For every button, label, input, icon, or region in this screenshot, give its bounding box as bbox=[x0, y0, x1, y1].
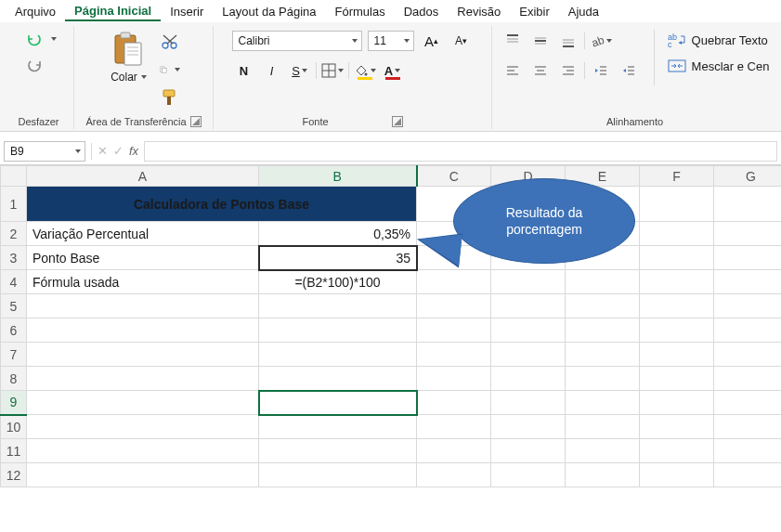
cell-A1-title[interactable]: Calculadora de Pontos Base bbox=[27, 187, 417, 222]
menu-arquivo[interactable]: Arquivo bbox=[6, 3, 65, 20]
cell-A10[interactable] bbox=[27, 415, 259, 439]
row-header-3[interactable]: 3 bbox=[1, 246, 27, 270]
cell-E7[interactable] bbox=[566, 343, 640, 367]
align-left-button[interactable] bbox=[501, 59, 525, 82]
row-header-9[interactable]: 9 bbox=[1, 391, 27, 415]
cell-E6[interactable] bbox=[566, 318, 640, 343]
shrink-font-button[interactable]: A▾ bbox=[449, 30, 474, 52]
cell-G7[interactable] bbox=[714, 343, 782, 367]
select-all-corner[interactable] bbox=[1, 166, 27, 187]
cell-F1[interactable] bbox=[640, 187, 714, 222]
cell-B2[interactable]: 0,35% bbox=[259, 222, 417, 246]
cell-B5[interactable] bbox=[259, 294, 417, 318]
row-header-1[interactable]: 1 bbox=[1, 187, 27, 222]
col-header-B[interactable]: B bbox=[259, 166, 417, 187]
fill-color-button[interactable] bbox=[353, 59, 377, 82]
cell-C11[interactable] bbox=[417, 439, 491, 463]
cell-A12[interactable] bbox=[27, 463, 259, 487]
enter-formula-button[interactable]: ✓ bbox=[113, 144, 124, 158]
cell-A7[interactable] bbox=[27, 343, 259, 367]
cell-A8[interactable] bbox=[27, 367, 259, 391]
formula-input[interactable] bbox=[144, 141, 777, 162]
cell-G6[interactable] bbox=[714, 318, 782, 343]
cancel-formula-button[interactable]: ✕ bbox=[98, 144, 108, 158]
cell-F12[interactable] bbox=[640, 463, 714, 487]
align-middle-button[interactable] bbox=[528, 30, 553, 52]
borders-button[interactable] bbox=[320, 59, 345, 82]
cell-D11[interactable] bbox=[491, 439, 566, 463]
cell-F2[interactable] bbox=[640, 222, 714, 246]
cell-B8[interactable] bbox=[259, 367, 417, 391]
italic-button[interactable]: I bbox=[260, 59, 284, 82]
cell-D7[interactable] bbox=[491, 343, 566, 367]
cell-G5[interactable] bbox=[714, 294, 782, 318]
increase-indent-button[interactable] bbox=[617, 59, 641, 82]
cell-E5[interactable] bbox=[566, 294, 640, 318]
cell-F9[interactable] bbox=[640, 391, 714, 415]
menu-dados[interactable]: Dados bbox=[395, 3, 449, 20]
wrap-text-button[interactable]: ab c Quebrar Texto bbox=[668, 32, 770, 48]
cell-A2[interactable]: Variação Percentual bbox=[27, 222, 259, 246]
cell-F4[interactable] bbox=[640, 270, 714, 294]
cell-C4[interactable] bbox=[417, 270, 491, 294]
cell-G4[interactable] bbox=[714, 270, 782, 294]
row-header-6[interactable]: 6 bbox=[1, 318, 27, 343]
orientation-button[interactable]: ab bbox=[589, 30, 613, 52]
cell-F5[interactable] bbox=[640, 294, 714, 318]
cell-E8[interactable] bbox=[566, 367, 640, 391]
row-header-7[interactable]: 7 bbox=[1, 343, 27, 367]
cell-D9[interactable] bbox=[491, 391, 566, 415]
cell-E10[interactable] bbox=[566, 415, 640, 439]
cell-G3[interactable] bbox=[714, 246, 782, 270]
underline-button[interactable]: S bbox=[288, 59, 312, 82]
cell-D6[interactable] bbox=[491, 318, 566, 343]
paste-button[interactable]: Colar bbox=[107, 30, 150, 85]
cell-F3[interactable] bbox=[640, 246, 714, 270]
cell-G2[interactable] bbox=[714, 222, 782, 246]
cell-B10[interactable] bbox=[259, 415, 417, 439]
row-header-8[interactable]: 8 bbox=[1, 367, 27, 391]
callout-shape[interactable]: Resultado da porcentagem bbox=[453, 178, 635, 267]
cell-E12[interactable] bbox=[566, 463, 640, 487]
menu-revisao[interactable]: Revisão bbox=[448, 3, 510, 20]
cell-A6[interactable] bbox=[27, 318, 259, 343]
cell-D4[interactable] bbox=[491, 270, 566, 294]
align-bottom-button[interactable] bbox=[556, 30, 580, 52]
cell-C9[interactable] bbox=[417, 391, 491, 415]
cell-A5[interactable] bbox=[27, 294, 259, 318]
cell-G8[interactable] bbox=[714, 367, 782, 391]
cell-E11[interactable] bbox=[566, 439, 640, 463]
cell-D10[interactable] bbox=[491, 415, 566, 439]
cell-D12[interactable] bbox=[491, 463, 566, 487]
undo-button[interactable] bbox=[25, 30, 57, 48]
cell-F11[interactable] bbox=[640, 439, 714, 463]
cell-B6[interactable] bbox=[259, 318, 417, 343]
col-header-F[interactable]: F bbox=[640, 166, 714, 187]
cell-G11[interactable] bbox=[714, 439, 782, 463]
cell-B3[interactable]: 35 bbox=[259, 246, 417, 270]
cell-F7[interactable] bbox=[640, 343, 714, 367]
cell-F8[interactable] bbox=[640, 367, 714, 391]
cell-A9[interactable] bbox=[27, 391, 259, 415]
cell-A11[interactable] bbox=[27, 439, 259, 463]
align-right-button[interactable] bbox=[556, 59, 580, 82]
row-header-2[interactable]: 2 bbox=[1, 222, 27, 246]
cell-B9[interactable] bbox=[259, 391, 417, 415]
copy-button[interactable] bbox=[160, 59, 180, 80]
row-header-11[interactable]: 11 bbox=[1, 439, 27, 463]
cell-C5[interactable] bbox=[417, 294, 491, 318]
font-size-combo[interactable]: 11 bbox=[368, 31, 414, 51]
menu-inserir[interactable]: Inserir bbox=[161, 3, 213, 20]
menu-exibir[interactable]: Exibir bbox=[510, 3, 559, 20]
cell-G10[interactable] bbox=[714, 415, 782, 439]
cell-C7[interactable] bbox=[417, 343, 491, 367]
cell-C6[interactable] bbox=[417, 318, 491, 343]
cell-C12[interactable] bbox=[417, 463, 491, 487]
col-header-G[interactable]: G bbox=[714, 166, 782, 187]
cell-C8[interactable] bbox=[417, 367, 491, 391]
menu-ajuda[interactable]: Ajuda bbox=[559, 3, 608, 20]
cell-D8[interactable] bbox=[491, 367, 566, 391]
dialog-launcher-icon[interactable] bbox=[392, 116, 403, 127]
row-header-4[interactable]: 4 bbox=[1, 270, 27, 294]
cell-C10[interactable] bbox=[417, 415, 491, 439]
